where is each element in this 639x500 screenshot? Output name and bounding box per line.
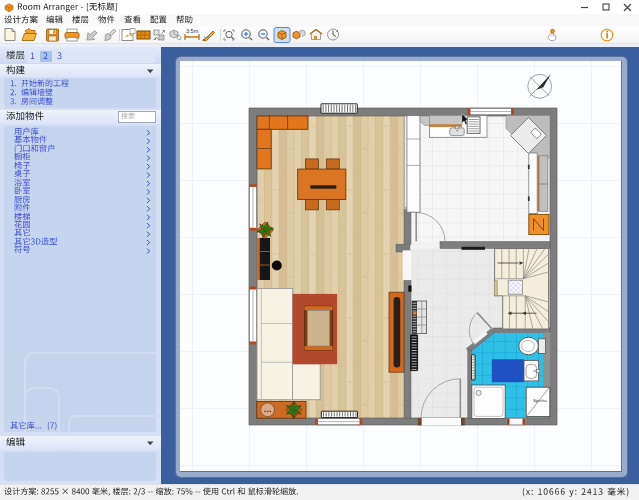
svg-text:Sprcha: Sprcha (533, 398, 547, 403)
